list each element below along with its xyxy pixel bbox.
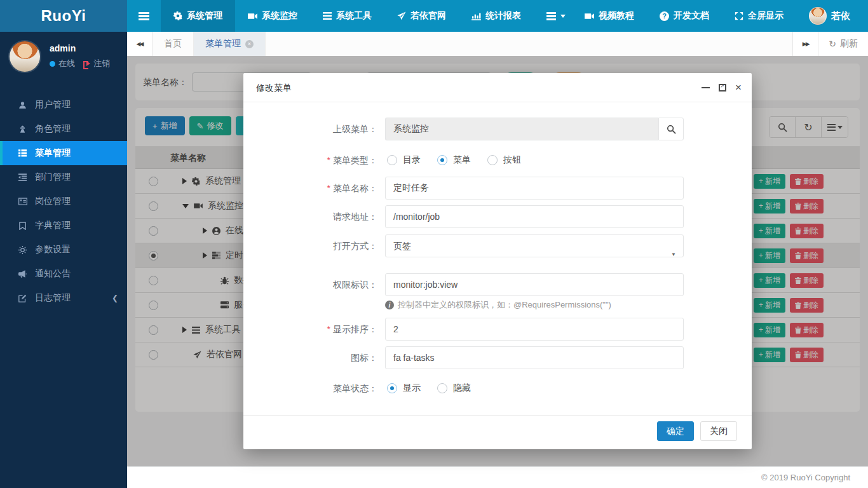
outdent-icon: [18, 173, 27, 181]
sidebar-item-users[interactable]: 用户管理: [0, 93, 127, 117]
radio-menu-checked[interactable]: [437, 155, 447, 165]
video-camera-icon: [248, 12, 257, 20]
pencil-square-icon: [18, 294, 27, 302]
sidebar-item-dict[interactable]: 字典管理: [0, 214, 127, 238]
nav-item-system-manage[interactable]: 系统管理: [161, 0, 235, 32]
sidebar-item-depts[interactable]: 部门管理: [0, 165, 127, 189]
chevron-left-icon: ❮: [112, 294, 118, 302]
radio-dir[interactable]: [387, 155, 397, 165]
minimize-icon[interactable]: [702, 87, 710, 88]
nav-item-system-tools[interactable]: 系统工具: [310, 0, 384, 32]
field-label: 菜单类型：: [243, 153, 377, 167]
sidebar-item-label: 日志管理: [35, 292, 71, 304]
sidebar-item-menus[interactable]: 菜单管理: [0, 141, 127, 165]
icon-input[interactable]: [385, 346, 684, 369]
hamburger-icon: [139, 12, 149, 20]
modal-title: 修改菜单: [256, 73, 292, 102]
fullscreen-icon: [735, 11, 743, 20]
sidebar-item-posts[interactable]: 岗位管理: [0, 189, 127, 214]
tab-refresh-button[interactable]: ↻ 刷新: [818, 32, 868, 56]
open-mode-select[interactable]: 页签 ▼: [385, 234, 684, 257]
radio-show-checked[interactable]: [387, 383, 397, 393]
list-icon: [323, 12, 332, 20]
field-label: 请求地址：: [243, 205, 377, 228]
bullhorn-icon: [18, 270, 27, 278]
order-input[interactable]: [385, 318, 684, 341]
nav-video-tutorial[interactable]: 视频教程: [572, 0, 647, 32]
close-button[interactable]: 关闭: [700, 421, 737, 441]
search-icon: [667, 125, 676, 134]
parent-menu-input[interactable]: [385, 118, 658, 140]
nav-item-report[interactable]: 统计报表: [459, 0, 534, 32]
nav-menu: 系统管理 系统监控 系统工具 若依官网 统计报表: [127, 0, 578, 32]
perms-input[interactable]: [385, 273, 684, 296]
menu-name-input[interactable]: [385, 177, 684, 200]
user-avatar[interactable]: [10, 41, 40, 72]
sidebar: admin 在线 注销 用户管理 角色管理 菜单管理: [0, 32, 127, 488]
page: RuoYi 系统管理 系统监控 系统工具 若依官网 统计报表: [0, 0, 868, 488]
tab-bar: ◀◀ 首页 菜单管理 × ▶▶ ↻ 刷新: [127, 32, 868, 56]
user-avatar: [809, 7, 827, 25]
user-status: 在线 注销: [50, 58, 110, 69]
nav-item-label: 开发文档: [674, 10, 709, 22]
bookmark-icon: [18, 222, 27, 230]
nav-item-system-monitor[interactable]: 系统监控: [235, 0, 310, 32]
double-chevron-left-icon: ◀◀: [137, 41, 143, 47]
maximize-icon[interactable]: [719, 84, 726, 92]
tab-label: 菜单管理: [205, 38, 241, 50]
sidebar-item-label: 通知公告: [35, 268, 71, 280]
tabbar-spacer: [266, 32, 792, 56]
tab-close-icon[interactable]: ×: [245, 40, 254, 48]
chevron-down-icon: [560, 15, 566, 18]
app-logo: RuoYi: [0, 0, 127, 32]
close-icon[interactable]: ×: [735, 83, 742, 92]
menu-status-radio-group: 显示 隐藏: [387, 381, 487, 395]
gear-icon: [173, 11, 182, 20]
sidebar-item-roles[interactable]: 角色管理: [0, 117, 127, 141]
refresh-icon: ↻: [829, 39, 836, 49]
field-label: 上级菜单：: [243, 118, 377, 140]
sidebar-item-notice[interactable]: 通知公告: [0, 262, 127, 286]
th-list-icon: [18, 149, 27, 157]
sidebar-item-params[interactable]: 参数设置: [0, 238, 127, 262]
user-secret-icon: [18, 125, 27, 133]
id-card-icon: [18, 198, 27, 205]
sidebar-item-label: 用户管理: [35, 99, 71, 111]
field-label: 显示排序：: [243, 318, 377, 341]
nav-item-label: 系统工具: [336, 10, 372, 22]
request-url-input[interactable]: [385, 205, 684, 228]
tabs-scroll-right-button[interactable]: ▶▶: [792, 32, 818, 56]
nav-dev-docs[interactable]: ? 开发文档: [647, 0, 722, 32]
nav-user-menu[interactable]: 若依: [796, 0, 863, 32]
nav-item-official-site[interactable]: 若依官网: [384, 0, 459, 32]
double-chevron-right-icon: ▶▶: [803, 41, 809, 47]
logout-icon: [83, 60, 90, 67]
selected-option: 页签: [393, 241, 411, 251]
nav-item-label: 统计报表: [485, 10, 521, 22]
page-footer: © 2019 RuoYi Copyright: [127, 466, 868, 488]
perms-hint: i 控制器中定义的权限标识，如：@RequiresPermissions(""): [385, 299, 752, 311]
logout-link[interactable]: 注销: [93, 58, 110, 69]
send-icon: [397, 11, 406, 20]
chevron-down-icon: ▼: [671, 244, 676, 266]
sidebar-item-logs[interactable]: 日志管理 ❮: [0, 286, 127, 310]
nav-item-label: 视频教程: [599, 10, 634, 22]
parent-menu-search-button[interactable]: [658, 118, 684, 140]
nav-item-label: 系统管理: [187, 10, 222, 22]
tabs-scroll-left-button[interactable]: ◀◀: [127, 32, 153, 56]
online-label: 在线: [58, 58, 75, 69]
sidebar-item-label: 字典管理: [35, 220, 71, 231]
radio-button[interactable]: [487, 155, 498, 165]
sidebar-menu: 用户管理 角色管理 菜单管理 部门管理 岗位管理 字典管理: [0, 93, 127, 310]
modal-footer-divider: [243, 415, 752, 416]
tab-menu-manage[interactable]: 菜单管理 ×: [194, 32, 266, 56]
radio-hide[interactable]: [437, 383, 447, 393]
sidebar-toggle-button[interactable]: [127, 0, 161, 32]
nav-fullscreen[interactable]: 全屏显示: [722, 0, 796, 32]
online-dot-icon: [50, 61, 55, 67]
confirm-button[interactable]: 确定: [657, 421, 694, 441]
sidebar-user-block: admin 在线 注销: [0, 32, 127, 81]
field-label: 权限标识：: [243, 273, 377, 296]
tab-home[interactable]: 首页: [153, 32, 194, 56]
nav-item-label: 全屏显示: [748, 10, 783, 22]
